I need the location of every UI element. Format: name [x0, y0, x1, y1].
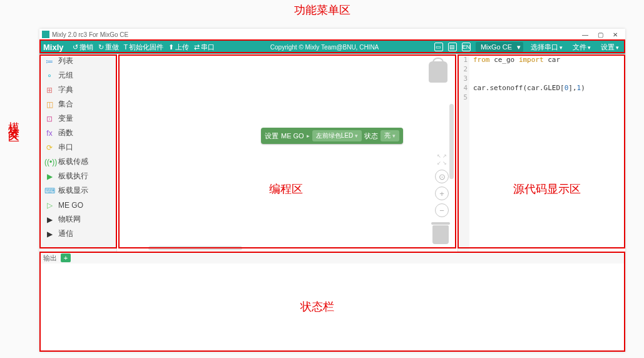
main-area: ≔列表⚬元组⊞字典◫集合⊡变量fx函数⟳串口((•))板载传感▶板载执行⌨板载显… — [39, 54, 625, 252]
code-pane: 12345 from ce_go import car car.setonoff… — [457, 54, 625, 252]
programming-canvas[interactable]: ↖ ↗↙ ↘ ⊙ + − 设置 ME GO ▸ 左前绿色LED ▾ 状态 亮 ▾ — [117, 54, 457, 252]
app-icon — [42, 31, 49, 38]
block-state-label: 状态 — [364, 131, 378, 141]
category-label: 集合 — [58, 99, 73, 110]
category-icon: ▷ — [44, 201, 54, 210]
category-icon: ≔ — [44, 57, 54, 66]
window-title: Mixly 2.0 rc3 For MixGo CE — [52, 31, 128, 38]
chevron-icon: ▸ — [307, 133, 310, 139]
line-gutter: 12345 — [458, 54, 469, 252]
category-label: ME GO — [58, 201, 83, 210]
settings-menu[interactable]: 设置 — [598, 41, 621, 53]
category-label: 板载显示 — [58, 185, 88, 196]
block-device: ME GO — [281, 132, 304, 140]
block-state-value[interactable]: 亮 ▾ — [381, 130, 399, 141]
close-button[interactable]: ✕ — [608, 31, 623, 38]
category-icon: ⚬ — [44, 71, 54, 80]
app-window: Mixly 2.0 rc3 For MixGo CE — ▢ ✕ Mixly ↺… — [39, 29, 625, 352]
titlebar: Mixly 2.0 rc3 For MixGo CE — ▢ ✕ — [39, 29, 625, 40]
category-item-4[interactable]: ⊡变量 — [39, 111, 116, 126]
category-icon: ⌨ — [44, 187, 54, 195]
category-item-6[interactable]: ⟳串口 — [39, 140, 116, 155]
category-label: 通信 — [58, 228, 73, 239]
category-icon: ◫ — [44, 100, 54, 109]
block-led-option[interactable]: 左前绿色LED ▾ — [312, 130, 362, 141]
view-button-2[interactable]: ▤ — [448, 43, 457, 51]
category-sidebar: ≔列表⚬元组⊞字典◫集合⊡变量fx函数⟳串口((•))板载传感▶板载执行⌨板载显… — [39, 54, 117, 252]
category-icon: ⊡ — [44, 115, 54, 123]
port-select[interactable]: 选择串口 — [528, 41, 565, 53]
add-tab-button[interactable]: + — [61, 253, 71, 262]
toolbar: Mixly ↺ 撤销 ↻ 重做 T 初始化固件 ⬆ 上传 ⇄ 串口 Copyri… — [39, 40, 625, 54]
annotation-category-area: 模块分类区 — [6, 113, 21, 125]
view-button-1[interactable]: ▭ — [434, 43, 443, 51]
category-item-2[interactable]: ⊞字典 — [39, 83, 116, 97]
category-label: 串口 — [58, 142, 73, 153]
category-item-9[interactable]: ⌨板载显示 — [39, 183, 116, 198]
category-item-10[interactable]: ▷ME GO — [39, 198, 116, 212]
brand-label: Mixly — [43, 43, 64, 52]
category-icon: ⟳ — [44, 143, 54, 152]
category-item-8[interactable]: ▶板载执行 — [39, 169, 116, 183]
redo-button[interactable]: ↻ 重做 — [98, 43, 119, 52]
center-button[interactable]: ⊙ — [435, 170, 449, 183]
board-select[interactable]: MixGo CE — [476, 42, 523, 52]
undo-button[interactable]: ↺ 撤销 — [73, 43, 93, 52]
category-icon: ((•)) — [44, 158, 54, 166]
category-label: 变量 — [58, 113, 73, 124]
category-label: 字典 — [58, 84, 73, 95]
upload-button[interactable]: ⬆ 上传 — [168, 43, 189, 52]
output-tab[interactable]: 输出 — [43, 253, 57, 263]
file-menu[interactable]: 文件 — [570, 41, 593, 53]
code-text[interactable]: from ce_go import car car.setonoff(car.G… — [469, 54, 625, 252]
category-item-7[interactable]: ((•))板载传感 — [39, 155, 116, 169]
backpack-icon[interactable] — [429, 61, 447, 83]
category-item-5[interactable]: fx函数 — [39, 126, 116, 140]
category-label: 列表 — [58, 56, 73, 66]
code-block[interactable]: 设置 ME GO ▸ 左前绿色LED ▾ 状态 亮 ▾ — [261, 128, 403, 144]
category-item-1[interactable]: ⚬元组 — [39, 68, 116, 83]
zoom-in-button[interactable]: + — [435, 187, 449, 200]
category-item-0[interactable]: ≔列表 — [39, 54, 116, 68]
minimize-button[interactable]: — — [578, 31, 593, 38]
status-bar: 输出 + — [39, 252, 625, 352]
view-button-3[interactable]: EN — [462, 43, 471, 51]
block-prefix: 设置 — [265, 131, 279, 141]
category-icon: fx — [44, 129, 54, 138]
category-item-11[interactable]: ▶物联网 — [39, 212, 116, 227]
zoom-out-button[interactable]: − — [435, 203, 449, 217]
maximize-button[interactable]: ▢ — [593, 31, 608, 38]
status-header: 输出 + — [39, 252, 625, 263]
category-icon: ⊞ — [44, 86, 54, 95]
fullscreen-button[interactable]: ↖ ↗↙ ↘ — [435, 153, 449, 166]
annotation-menu-area: 功能菜单区 — [294, 3, 350, 18]
trash-icon[interactable] — [432, 225, 449, 244]
category-icon: ▶ — [44, 215, 54, 224]
horizontal-scrollbar[interactable] — [148, 246, 242, 250]
category-label: 物联网 — [58, 214, 81, 225]
category-icon: ▶ — [44, 172, 54, 181]
category-label: 元组 — [58, 70, 73, 81]
vertical-scrollbar[interactable] — [449, 104, 454, 179]
init-firmware-button[interactable]: T 初始化固件 — [124, 43, 164, 52]
category-icon: ▶ — [44, 230, 54, 238]
serial-button[interactable]: ⇄ 串口 — [194, 43, 215, 52]
copyright-label: Copyright © Mixly Team@BNU, CHINA — [220, 44, 429, 51]
category-item-3[interactable]: ◫集合 — [39, 97, 116, 111]
category-label: 板载执行 — [58, 171, 88, 182]
category-label: 函数 — [58, 128, 73, 138]
category-item-12[interactable]: ▶通信 — [39, 227, 116, 241]
category-label: 板载传感 — [58, 156, 88, 167]
